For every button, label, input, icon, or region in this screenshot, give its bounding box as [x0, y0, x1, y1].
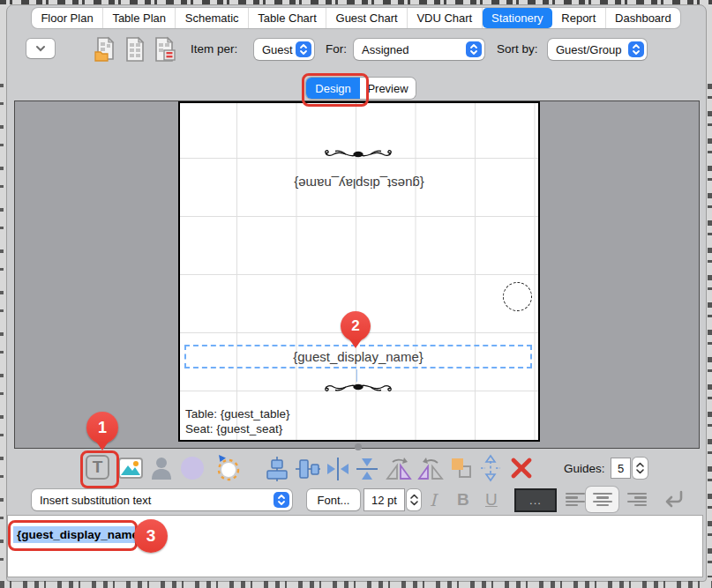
seat-line: Seat: {guest_seat} [185, 421, 290, 436]
chevron-down-icon [35, 45, 46, 52]
dropdown-stepper-icon [466, 41, 482, 57]
swatch-dots: ... [529, 496, 542, 505]
center-vertically-icon [355, 456, 379, 482]
dropdown-stepper-icon [296, 41, 311, 57]
underline-button[interactable]: U [485, 489, 498, 510]
italic-button[interactable]: I [430, 489, 437, 510]
substitution-text-select[interactable]: Insert substitution text [32, 489, 292, 510]
sort-by-label: Sort by: [497, 39, 538, 60]
distribute-icon [479, 454, 502, 482]
item-per-value: Guest [254, 43, 296, 56]
table-line: Table: {guest_table} [185, 406, 290, 421]
tab-schematic[interactable]: Schematic [176, 8, 248, 28]
cropped-content-left [0, 84, 4, 569]
tab-dashboard[interactable]: Dashboard [606, 8, 680, 28]
disclosure-button[interactable] [26, 39, 55, 58]
tab-preview[interactable]: Preview [360, 78, 416, 99]
tab-design[interactable]: Design [306, 78, 360, 99]
bring-to-front-icon [448, 455, 473, 481]
bring-to-front-button[interactable] [448, 455, 473, 481]
cropped-content-right [708, 84, 712, 577]
guest-tool-button[interactable] [151, 456, 172, 480]
align-left-button[interactable] [566, 492, 585, 507]
dropdown-stepper-icon [628, 41, 644, 57]
line-break-button[interactable] [662, 488, 685, 510]
rotate-right-button[interactable] [385, 456, 413, 482]
align-center-icon [593, 493, 612, 507]
document-grid-icon [124, 36, 146, 63]
guides-stepper[interactable] [633, 458, 648, 479]
for-label: For: [326, 39, 347, 60]
ellipse-tool-button[interactable] [181, 457, 204, 480]
bold-button[interactable]: B [457, 489, 469, 510]
for-value: Assigned [354, 43, 466, 56]
rotate-right-icon [385, 456, 413, 482]
tab-vdu-chart[interactable]: VDU Chart [408, 8, 483, 28]
distribute-button[interactable] [479, 454, 502, 482]
font-size-stepper[interactable] [407, 489, 421, 510]
rotated-guest-name-element[interactable]: {guest_display_name} [284, 176, 434, 191]
design-layout-button[interactable] [124, 36, 146, 63]
view-tab-bar: Floor Plan Table Plan Schematic Table Ch… [32, 8, 680, 28]
align-center-button[interactable] [593, 492, 612, 507]
stationery-card[interactable]: {guest_display_name} {guest_display_name… [178, 101, 540, 442]
text-editor-area[interactable]: {guest_display_name} [7, 515, 703, 577]
shape-tool-button[interactable] [214, 453, 241, 481]
align-vertical-centers-button[interactable] [295, 456, 321, 482]
circle-element[interactable] [503, 282, 532, 311]
center-guide-line [356, 369, 357, 382]
save-design-button[interactable] [154, 36, 176, 63]
sort-by-select[interactable]: Guest/Group [548, 39, 647, 60]
tab-table-chart[interactable]: Table Chart [249, 8, 326, 28]
stepper-arrows-icon [635, 461, 645, 475]
cropped-content-bottom [0, 581, 712, 588]
tab-table-plan[interactable]: Table Plan [103, 8, 176, 28]
text-color-swatch[interactable]: ... [514, 488, 557, 512]
center-vertically-button[interactable] [355, 456, 379, 482]
tab-stationery[interactable]: Stationery [483, 8, 552, 28]
document-open-icon [94, 36, 116, 63]
align-right-button[interactable] [627, 492, 647, 507]
selected-text-element[interactable]: {guest_display_name} [184, 345, 532, 368]
center-horizontally-button[interactable] [326, 456, 350, 482]
tab-report[interactable]: Report [552, 8, 606, 28]
align-vertical-centers-icon [295, 456, 321, 482]
align-horizontal-centers-button[interactable] [264, 456, 290, 482]
sort-by-value: Guest/Group [548, 43, 628, 56]
image-tool-button[interactable] [118, 458, 143, 479]
ellipse-icon [181, 457, 204, 480]
rotate-left-button[interactable] [417, 456, 444, 482]
stepper-arrows-icon [409, 493, 419, 507]
return-arrow-icon [662, 488, 685, 510]
tab-floor-plan[interactable]: Floor Plan [32, 8, 103, 28]
guest-name-text: {guest_display_name} [293, 349, 423, 364]
dropdown-stepper-icon [274, 492, 289, 508]
flourish-ornament[interactable] [321, 380, 395, 394]
font-button[interactable]: Font... [307, 489, 360, 510]
editor-selected-text[interactable]: {guest_display_name} [13, 526, 146, 543]
text-tool-button[interactable]: T [86, 455, 109, 480]
align-right-icon [627, 493, 647, 507]
guides-label: Guides: [564, 458, 605, 480]
guides-count-field[interactable]: 5 [611, 458, 630, 478]
image-icon [118, 458, 143, 479]
align-left-icon [566, 493, 585, 507]
item-per-select[interactable]: Guest [254, 39, 314, 60]
document-save-icon [154, 36, 176, 63]
for-select[interactable]: Assigned [354, 39, 484, 60]
flourish-ornament-rotated[interactable] [321, 147, 395, 161]
design-preview-segment: Design Preview [306, 78, 416, 99]
table-seat-text-element[interactable]: Table: {guest_table} Seat: {guest_seat} [185, 406, 290, 436]
application-window: Floor Plan Table Plan Schematic Table Ch… [0, 0, 712, 588]
tab-guest-chart[interactable]: Guest Chart [326, 8, 408, 28]
substitution-text-value: Insert substitution text [32, 494, 274, 507]
delete-button[interactable] [510, 458, 533, 479]
text-tool-glyph: T [93, 458, 103, 477]
fold-handle-dot[interactable] [355, 443, 362, 450]
delete-x-icon [510, 458, 533, 479]
annotation-balloon-1: 1 [86, 412, 118, 443]
font-size-field[interactable]: 12 pt [364, 489, 404, 510]
open-design-button[interactable] [94, 36, 116, 63]
person-icon [151, 456, 172, 480]
center-horizontally-icon [326, 456, 350, 482]
